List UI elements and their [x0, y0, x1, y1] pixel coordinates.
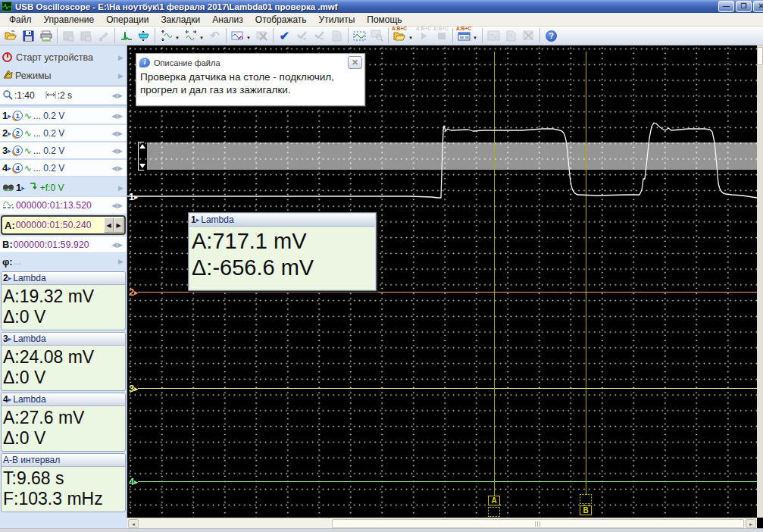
zoom-ratio-value[interactable]: :1:40: [14, 90, 35, 101]
expand-arrow-icon[interactable]: [118, 184, 124, 192]
sweep-time-value[interactable]: :2 s: [58, 90, 72, 101]
menu-bookmarks[interactable]: Закладки: [155, 14, 206, 26]
menu-control[interactable]: Управление: [38, 14, 101, 26]
select-region-icon[interactable]: [351, 27, 368, 45]
menu-file[interactable]: Файл: [3, 14, 38, 26]
cursor-a-left-button[interactable]: ◀: [104, 217, 114, 233]
phase-value: ...: [14, 256, 21, 267]
trigger-level-value[interactable]: +f:0 V: [40, 183, 64, 193]
expand-arrow-icon[interactable]: [118, 258, 124, 265]
cursor-a-handle[interactable]: [488, 507, 500, 517]
channel-circled-number-icon[interactable]: 3: [13, 146, 23, 155]
cursor-a-time[interactable]: 000000:01:50.240: [16, 220, 92, 230]
apply-check-icon[interactable]: ✔: [276, 27, 293, 45]
menu-utilities[interactable]: Утилиты: [313, 14, 361, 26]
vertical-scrollbar[interactable]: [757, 45, 763, 518]
channel-row-2[interactable]: 2 2 ∿ ... 0.2 V: [0, 124, 127, 142]
cursor-a-flag[interactable]: A: [488, 496, 500, 505]
menu-help[interactable]: Помощь: [361, 14, 408, 26]
menu-analysis[interactable]: Анализ: [206, 14, 249, 26]
horizontal-scroll-thumb[interactable]: [332, 519, 744, 528]
adjust-arrows-icon[interactable]: [111, 92, 124, 99]
channel1-measure-tooltip[interactable]: 1Lambda A:717.1 mV Δ:-656.6 mV: [188, 212, 377, 291]
adjust-arrows-icon[interactable]: [111, 147, 124, 155]
zoom-sweep-row[interactable]: :1:40 :2 s: [0, 86, 127, 105]
phase-row[interactable]: φ: ...: [0, 253, 127, 270]
adjust-arrows-icon[interactable]: [111, 241, 124, 249]
menu-operations[interactable]: Операции: [100, 14, 155, 26]
abc-stop-icon: A:B+C: [433, 27, 450, 45]
channel-row-3[interactable]: 3 3 ∿ ... 0.2 V: [0, 142, 127, 159]
abc-open-icon[interactable]: A:B+C: [391, 27, 408, 45]
trigger-row[interactable]: 1 +f:0 V: [0, 179, 127, 196]
help-icon[interactable]: ?: [543, 27, 560, 45]
adjust-arrows-icon[interactable]: [111, 164, 124, 172]
abc-window-dropdown[interactable]: [473, 29, 480, 42]
channel-range-value[interactable]: ... 0.2 V: [33, 128, 64, 139]
channel4-marker[interactable]: 4: [129, 477, 138, 487]
adjust-arrows-icon[interactable]: [111, 112, 124, 120]
channel-arrow-icon: [8, 130, 11, 137]
expand-arrow-icon[interactable]: [118, 54, 124, 61]
tooltip-arrow-icon: [196, 216, 200, 224]
scroll-left-button[interactable]: ◂: [128, 519, 139, 528]
phase-label: φ:: [2, 256, 13, 268]
channel-circled-number-icon[interactable]: 1: [13, 111, 23, 120]
vertical-scale-dropdown[interactable]: [175, 29, 182, 42]
measure-panel-header[interactable]: 2Lambda: [2, 272, 125, 285]
abc-open-dropdown[interactable]: [408, 29, 415, 42]
adjust-arrows-icon[interactable]: [111, 130, 124, 137]
cursor-b-handle[interactable]: [580, 494, 592, 504]
abc-window-icon[interactable]: A:B+C: [455, 27, 473, 45]
adjust-arrows-icon[interactable]: [111, 202, 124, 209]
measure-panel-header[interactable]: 3Lambda: [2, 333, 125, 346]
overlay-chart-dropdown[interactable]: [246, 29, 253, 42]
cursor-b-row[interactable]: B: 000000:01:59.920: [0, 236, 127, 253]
cursor-a-right-button[interactable]: ▶: [114, 217, 124, 233]
measure-panel-header[interactable]: 4Lambda: [2, 393, 125, 406]
start-device-row[interactable]: Старт устройства: [0, 48, 127, 67]
close-button[interactable]: ✕: [753, 1, 763, 12]
marker-time-value[interactable]: 000000:01:13.520: [16, 200, 92, 211]
trigger-channel: 1: [16, 182, 21, 193]
file-description-popup: i Описание файла ✕ Проверка датчика на с…: [136, 53, 365, 106]
vertical-scale-icon[interactable]: [158, 27, 175, 45]
cursor-a-row[interactable]: A: 000000:01:50.240 ◀ ▶: [1, 215, 126, 235]
channel-circled-number-icon[interactable]: 2: [13, 128, 23, 138]
measure-panel-header[interactable]: A-B интервал: [2, 454, 125, 467]
expand-arrow-icon[interactable]: [118, 72, 124, 80]
cursor-b-time[interactable]: 000000:01:59.920: [14, 239, 89, 250]
trim-icon[interactable]: [135, 27, 152, 45]
channel1-marker[interactable]: 1: [129, 192, 138, 202]
horizontal-scrollbar[interactable]: ◂ ▸: [127, 518, 757, 528]
overlay-chart-icon[interactable]: [229, 27, 246, 45]
channel-range-value[interactable]: ... 0.2 V: [33, 163, 64, 174]
cursor-b-flag[interactable]: B: [580, 505, 592, 515]
horizontal-scale-icon[interactable]: [182, 27, 199, 45]
horizontal-scale-dropdown[interactable]: [199, 29, 206, 42]
note-close-button[interactable]: ✕: [348, 56, 362, 69]
title-bar[interactable]: USB Oscilloscope - E:\На ноутбук\1 февра…: [0, 0, 763, 13]
waveform-plot[interactable]: 1 2 3 4 A B i Описание файла ✕ Проверка …: [127, 45, 757, 518]
open-file-icon[interactable]: [2, 27, 20, 45]
minimize-button[interactable]: —: [718, 1, 734, 12]
channel-circled-number-icon[interactable]: 4: [13, 163, 23, 173]
interval-frequency: F:103.3 mHz: [3, 489, 124, 509]
vertical-scroll-thumb[interactable]: [757, 47, 763, 65]
menu-display[interactable]: Отображать: [249, 14, 313, 26]
print-icon[interactable]: [37, 27, 55, 45]
modes-row[interactable]: Режимы: [0, 67, 127, 84]
channel-range-value[interactable]: ... 0.2 V: [33, 146, 64, 156]
sidebar-bottom-filler: [0, 518, 127, 528]
tooltip-header[interactable]: 1Lambda: [189, 213, 376, 227]
channel-range-value[interactable]: ... 0.2 V: [33, 111, 64, 121]
impulse-icon[interactable]: [117, 27, 135, 45]
channel-row-1[interactable]: 1 1 ∿ ... 0.2 V: [0, 107, 127, 124]
channel2-marker[interactable]: 2: [129, 287, 138, 298]
marker-time-row[interactable]: 000000:01:13.520: [0, 196, 127, 214]
restore-button[interactable]: ❐: [736, 1, 752, 12]
save-icon[interactable]: [20, 27, 37, 45]
scroll-right-button[interactable]: ▸: [746, 519, 756, 528]
channel-row-4[interactable]: 4 4 ∿ ... 0.2 V: [0, 159, 127, 177]
channel3-marker[interactable]: 3: [129, 383, 138, 394]
